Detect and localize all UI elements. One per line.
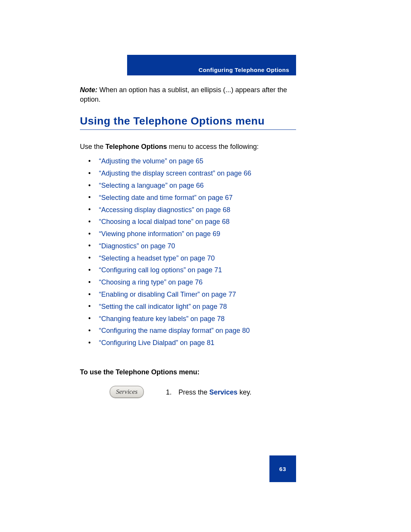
header-title: Configuring Telephone Options	[199, 67, 289, 73]
step-prefix: Press the	[178, 388, 209, 396]
intro-suffix: menu to access the following:	[167, 143, 259, 150]
step-number: 1.	[166, 388, 172, 396]
toc-list: “Adjusting the volume” on page 65 “Adjus…	[88, 155, 298, 349]
toc-link[interactable]: “Configuring the name display format” on…	[88, 325, 298, 337]
toc-link[interactable]: “Setting the call indicator light” on pa…	[88, 300, 298, 313]
toc-link[interactable]: “Choosing a local dialpad tone” on page …	[88, 216, 298, 228]
toc-link[interactable]: “Configuring Live Dialpad” on page 81	[88, 337, 298, 349]
step-keyword: Services	[209, 388, 237, 396]
toc-link[interactable]: “Choosing a ring type” on page 76	[88, 276, 298, 289]
services-key-icon: Services	[110, 386, 144, 398]
toc-link[interactable]: “Selecting a headset type” on page 70	[88, 252, 298, 264]
toc-link[interactable]: “Accessing display diagnostics” on page …	[88, 204, 298, 216]
services-key-label: Services	[116, 388, 138, 396]
note-paragraph: Note: When an option has a sublist, an e…	[80, 85, 297, 104]
page-number: 63	[279, 466, 287, 472]
toc-link[interactable]: “Selecting date and time format” on page…	[88, 192, 298, 204]
note-text: When an option has a sublist, an ellipsi…	[80, 86, 287, 103]
document-page: Configuring Telephone Options Note: When…	[0, 0, 411, 532]
intro-line: Use the Telephone Options menu to access…	[80, 143, 297, 151]
intro-bold: Telephone Options	[105, 143, 167, 150]
toc-link[interactable]: “Configuring call log options” on page 7…	[88, 264, 298, 276]
toc-link[interactable]: “Adjusting the display screen contrast” …	[88, 168, 298, 180]
procedure-subhead: To use the Telephone Options menu:	[80, 368, 199, 376]
section-heading: Using the Telephone Options menu	[80, 115, 296, 130]
page-number-badge: 63	[269, 455, 296, 482]
header-bar: Configuring Telephone Options	[127, 55, 296, 75]
toc-link[interactable]: “Diagnostics” on page 70	[88, 240, 298, 252]
step-1: 1.Press the Services key.	[166, 388, 252, 396]
intro-prefix: Use the	[80, 143, 105, 150]
toc-link[interactable]: “Changing feature key labels” on page 78	[88, 313, 298, 325]
toc-link[interactable]: “Adjusting the volume” on page 65	[88, 155, 298, 168]
note-label: Note:	[80, 86, 97, 94]
toc-link[interactable]: “Viewing phone information” on page 69	[88, 228, 298, 240]
step-suffix: key.	[237, 388, 252, 396]
toc-link[interactable]: “Selecting a language” on page 66	[88, 180, 298, 192]
toc-link[interactable]: “Enabling or disabling Call Timer” on pa…	[88, 289, 298, 301]
